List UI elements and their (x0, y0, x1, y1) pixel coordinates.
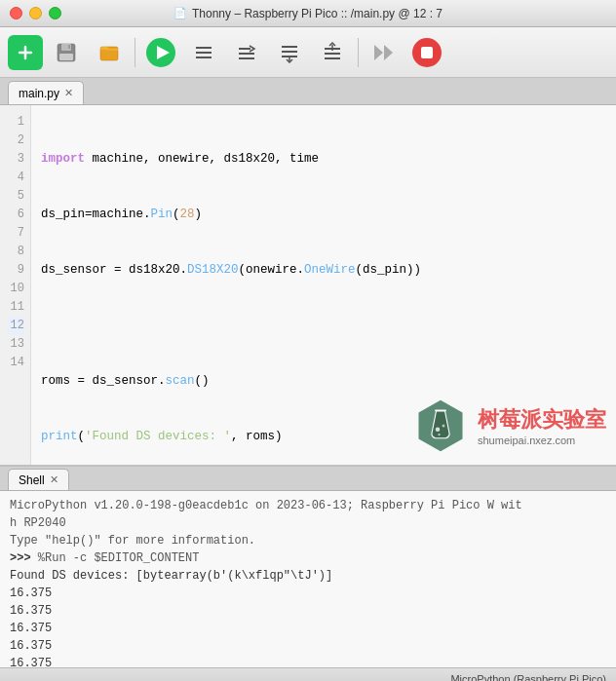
shell-tab[interactable]: Shell ✕ (8, 469, 69, 490)
shell-tab-bar: Shell ✕ (0, 466, 616, 491)
status-bar: MicroPython (Raspberry Pi Pico) (0, 667, 616, 681)
toolbar-separator-1 (135, 38, 135, 67)
shell-prompt-line: >>> %Run -c $EDITOR_CONTENT (10, 549, 606, 567)
save-button[interactable] (47, 33, 86, 72)
shell-info-line-1: MicroPython v1.20.0-198-g0eacdeb1c on 20… (10, 497, 606, 514)
watermark: 树莓派实验室 shumeipai.nxez.com (411, 397, 606, 455)
line-num-8: 8 (8, 243, 24, 261)
step-out-icon (322, 42, 343, 63)
code-line-2: ds_pin=machine.Pin(28) (41, 206, 606, 224)
debug-button[interactable] (184, 33, 223, 72)
shell-tab-label: Shell (19, 473, 45, 487)
toolbar-separator-2 (358, 38, 359, 67)
tab-label: main.py (19, 87, 59, 100)
minimize-button[interactable] (29, 7, 42, 19)
editor-tab-bar: main.py ✕ (0, 78, 616, 105)
svg-rect-26 (421, 47, 433, 58)
window-title: 📄 Thonny – Raspberry Pi Pico :: /main.py… (173, 7, 443, 20)
shell-output-5: 16.375 (10, 655, 606, 667)
shell-output-1: 16.375 (10, 585, 606, 602)
line-num-3: 3 (8, 150, 24, 169)
svg-point-31 (438, 434, 440, 435)
title-bar: 📄 Thonny – Raspberry Pi Pico :: /main.py… (0, 0, 616, 27)
line-num-12: 12 (8, 317, 24, 335)
line-num-6: 6 (8, 206, 24, 224)
editor-area[interactable]: 1 2 3 4 5 6 7 8 9 10 11 12 13 14 import … (0, 105, 616, 466)
line-num-5: 5 (8, 187, 24, 206)
shell-content[interactable]: MicroPython v1.20.0-198-g0eacdeb1c on 20… (0, 491, 616, 667)
resume-button[interactable] (365, 33, 404, 72)
svg-rect-5 (68, 45, 70, 49)
plus-icon (17, 44, 34, 61)
code-line-3: ds_sensor = ds18x20.DS18X20(onewire.OneW… (41, 261, 606, 280)
step-into-button[interactable] (270, 33, 309, 72)
maximize-button[interactable] (49, 7, 61, 19)
load-icon (98, 42, 120, 63)
editor-tab-main[interactable]: main.py ✕ (8, 81, 84, 104)
shell-info-line-3: Type "help()" for more information. (10, 532, 606, 549)
watermark-text: 树莓派实验室 shumeipai.nxez.com (478, 405, 606, 446)
bottom-section: Shell ✕ MicroPython v1.20.0-198-g0eacdeb… (0, 466, 616, 681)
load-button[interactable] (90, 33, 129, 72)
watermark-logo-icon (411, 397, 470, 455)
line-num-2: 2 (8, 132, 24, 150)
status-label: MicroPython (Raspberry Pi Pico) (450, 673, 606, 682)
shell-command: %Run -c $EDITOR_CONTENT (38, 551, 200, 565)
code-line-5: roms = ds_sensor.scan() (41, 372, 606, 391)
run-button[interactable] (141, 33, 180, 72)
file-icon: 📄 (173, 7, 187, 19)
shell-output-3: 16.375 (10, 620, 606, 637)
shell-output-4: 16.375 (10, 637, 606, 655)
traffic-lights[interactable] (10, 7, 61, 19)
line-num-7: 7 (8, 224, 24, 243)
step-out-button[interactable] (313, 33, 352, 72)
line-num-11: 11 (8, 298, 24, 317)
line-num-14: 14 (8, 354, 24, 372)
code-line-1: import machine, onewire, ds18x20, time (41, 150, 606, 169)
line-num-10: 10 (8, 280, 24, 298)
line-num-4: 4 (8, 169, 24, 187)
shell-info-line-2: h RP2040 (10, 514, 606, 532)
watermark-url: shumeipai.nxez.com (478, 435, 606, 446)
line-num-1: 1 (8, 113, 24, 132)
step-over-button[interactable] (227, 33, 266, 72)
svg-marker-23 (374, 45, 383, 60)
toolbar (0, 27, 616, 78)
new-button[interactable] (8, 35, 43, 70)
step-into-icon (279, 42, 300, 63)
line-num-13: 13 (8, 335, 24, 354)
shell-output-2: 16.375 (10, 602, 606, 620)
svg-point-30 (443, 425, 445, 428)
debug-icon (193, 42, 214, 63)
code-line-4 (41, 317, 606, 335)
svg-marker-24 (384, 45, 393, 60)
svg-point-29 (436, 428, 441, 433)
line-num-9: 9 (8, 261, 24, 280)
step-over-icon (236, 42, 257, 63)
close-button[interactable] (10, 7, 22, 19)
svg-rect-4 (59, 54, 73, 60)
shell-tab-close-icon[interactable]: ✕ (50, 474, 58, 485)
run-icon (144, 36, 177, 69)
save-icon (56, 42, 77, 63)
shell-output-found: Found DS devices: [bytearray(b'(k\xflqp"… (10, 567, 606, 585)
stop-icon (410, 36, 443, 69)
shell-prompt-symbol: >>> (10, 551, 38, 565)
tab-close-icon[interactable]: ✕ (64, 88, 73, 98)
resume-icon (370, 39, 398, 66)
stop-button[interactable] (407, 33, 446, 72)
line-numbers: 1 2 3 4 5 6 7 8 9 10 11 12 13 14 (0, 105, 31, 465)
watermark-title: 树莓派实验室 (478, 405, 606, 435)
